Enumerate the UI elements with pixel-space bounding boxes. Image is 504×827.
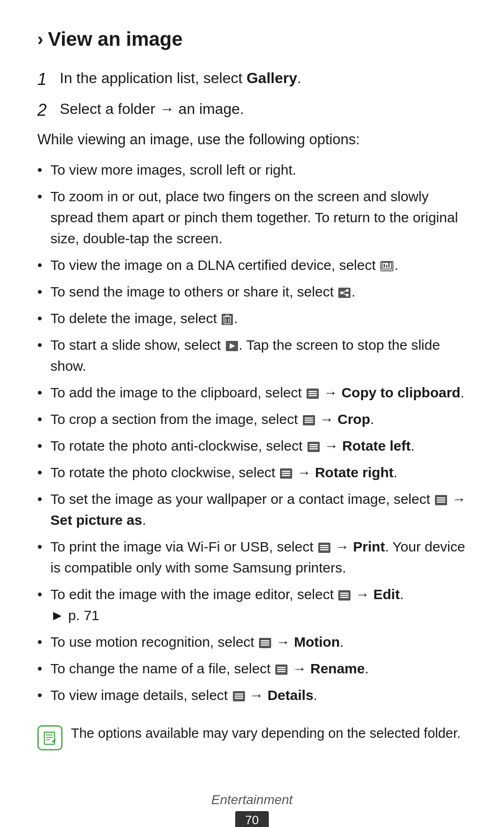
list-item: To rotate the photo clockwise, select → …	[37, 462, 467, 483]
menu-icon	[275, 664, 287, 675]
note-text: The options available may vary depending…	[71, 723, 461, 744]
svg-rect-39	[261, 642, 269, 643]
svg-rect-38	[261, 640, 269, 642]
list-item-text: To set the image as your wallpaper or a …	[50, 491, 466, 528]
list-item-text: To change the name of a file, select → R…	[50, 661, 369, 676]
svg-rect-40	[261, 644, 269, 646]
svg-rect-31	[437, 502, 445, 503]
svg-rect-42	[277, 669, 286, 670]
list-item: To start a slide show, select . Tap the …	[37, 334, 467, 376]
list-item: To crop a section from the image, select…	[37, 409, 467, 430]
menu-icon	[280, 468, 292, 479]
svg-rect-46	[235, 698, 243, 699]
svg-rect-3	[388, 263, 390, 268]
list-item: To add the image to the clipboard, selec…	[37, 382, 467, 403]
svg-rect-27	[282, 473, 290, 474]
title-text: View an image	[48, 28, 183, 50]
menu-icon	[303, 415, 315, 425]
step-2: 2 Select a folder → an image.	[37, 98, 467, 122]
svg-rect-43	[277, 671, 286, 672]
menu-icon	[435, 495, 447, 505]
footer: Entertainment 70	[37, 792, 467, 827]
list-item-text: To start a slide show, select . Tap the …	[50, 337, 440, 374]
step-2-text: Select a folder → an image.	[60, 98, 244, 120]
svg-line-8	[342, 293, 347, 295]
list-item-text: To print the image via Wi-Fi or USB, sel…	[50, 539, 465, 575]
menu-icon	[307, 389, 319, 399]
list-item-text: To edit the image with the image editor,…	[50, 587, 404, 623]
svg-rect-26	[282, 471, 290, 472]
list-item: To set the image as your wallpaper or a …	[37, 488, 467, 530]
menu-icon	[259, 638, 271, 648]
menu-icon	[318, 543, 330, 553]
svg-rect-17	[308, 391, 317, 392]
list-item: To delete the image, select .	[37, 308, 467, 329]
menu-icon	[338, 590, 350, 601]
list-item: To view more images, scroll left or righ…	[37, 159, 467, 180]
svg-rect-45	[235, 695, 243, 697]
list-item-text: To view image details, select → Details.	[50, 687, 317, 703]
svg-rect-30	[437, 499, 445, 501]
svg-rect-23	[309, 444, 318, 445]
svg-rect-28	[282, 475, 290, 476]
list-item-text: To crop a section from the image, select…	[50, 411, 374, 427]
footer-page-number: 70	[235, 811, 269, 827]
list-item: To rotate the photo anti-clockwise, sele…	[37, 435, 467, 456]
svg-rect-32	[320, 545, 329, 546]
list-item-text: To use motion recognition, select → Moti…	[50, 634, 344, 650]
list-item: To zoom in or out, place two fingers on …	[37, 186, 467, 249]
menu-icon	[233, 691, 245, 701]
svg-rect-37	[340, 597, 349, 598]
list-item: To send the image to others or share it,…	[37, 281, 467, 302]
list-item-text: To rotate the photo anti-clockwise, sele…	[50, 438, 414, 453]
list-item-text: To add the image to the clipboard, selec…	[50, 385, 464, 400]
list-item-text: To zoom in or out, place two fingers on …	[50, 189, 458, 246]
list-item: To view image details, select → Details.	[37, 685, 467, 706]
list-item: To view the image on a DLNA certified de…	[37, 254, 467, 276]
list-item-text: To send the image to others or share it,…	[50, 284, 356, 299]
svg-rect-44	[235, 693, 243, 695]
page-title: › View an image	[37, 28, 467, 50]
svg-rect-29	[437, 497, 445, 499]
footer-category: Entertainment	[37, 792, 467, 807]
svg-rect-36	[340, 594, 349, 596]
step-2-number: 2	[37, 98, 51, 122]
intro-text: While viewing an image, use the followin…	[37, 129, 467, 151]
svg-rect-1	[384, 264, 385, 268]
list-item-text: To delete the image, select .	[50, 311, 238, 326]
menu-icon	[308, 442, 320, 452]
play-icon	[226, 341, 238, 351]
svg-rect-22	[305, 422, 313, 423]
options-list: To view more images, scroll left or righ…	[37, 159, 467, 706]
svg-rect-2	[386, 265, 387, 268]
svg-rect-18	[308, 393, 317, 394]
svg-line-7	[342, 290, 347, 293]
svg-rect-25	[309, 448, 318, 450]
list-item: To edit the image with the image editor,…	[37, 584, 467, 626]
svg-rect-19	[308, 395, 317, 396]
step-1-text: In the application list, select Gallery.	[60, 67, 301, 89]
svg-rect-21	[305, 419, 313, 421]
list-item: To use motion recognition, select → Moti…	[37, 631, 467, 652]
svg-marker-16	[230, 343, 235, 349]
svg-rect-20	[305, 417, 313, 419]
dlna-icon	[380, 261, 393, 271]
chevron-icon: ›	[37, 29, 43, 49]
svg-rect-33	[320, 547, 329, 548]
list-item-text: To rotate the photo clockwise, select → …	[50, 465, 398, 480]
share-icon	[338, 288, 350, 298]
note-box: The options available may vary depending…	[37, 719, 467, 755]
svg-rect-9	[224, 317, 231, 324]
svg-rect-41	[277, 667, 286, 668]
list-item: To print the image via Wi-Fi or USB, sel…	[37, 536, 467, 578]
delete-icon	[222, 314, 233, 325]
svg-rect-24	[309, 446, 318, 447]
list-item-text: To view the image on a DLNA certified de…	[50, 257, 399, 273]
svg-rect-34	[320, 549, 329, 551]
note-icon	[37, 725, 63, 750]
svg-rect-35	[340, 593, 349, 594]
list-item-text: To view more images, scroll left or righ…	[50, 162, 296, 177]
list-item: To change the name of a file, select → R…	[37, 658, 467, 679]
step-1-number: 1	[37, 67, 51, 92]
step-1: 1 In the application list, select Galler…	[37, 67, 467, 92]
